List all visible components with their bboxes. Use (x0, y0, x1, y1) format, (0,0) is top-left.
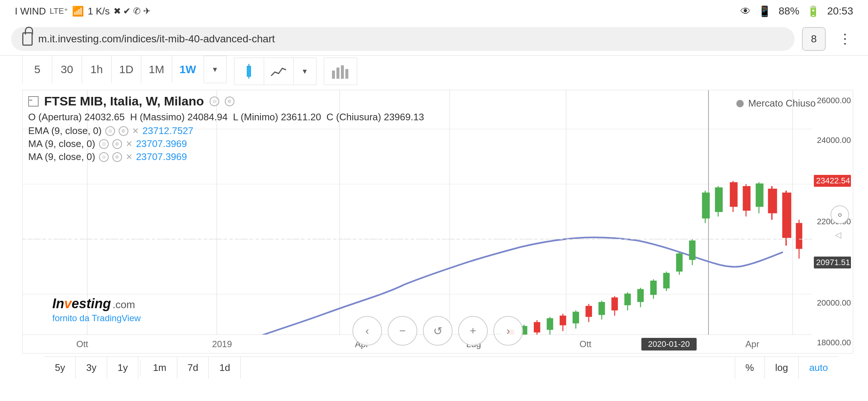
chart-area[interactable]: − FTSE MIB, Italia, W, Milano ⊙ ⚙ O (Ape… (22, 90, 853, 353)
tf-1d-btn[interactable]: 1d (209, 357, 241, 379)
zoom-circle-btn[interactable]: ○ (831, 205, 849, 224)
tf-divider-1 (140, 361, 141, 375)
chart-type-dropdown-btn[interactable]: ▾ (294, 58, 316, 85)
svg-rect-130 (743, 186, 750, 211)
eye-settings-icon[interactable]: ⊙ (210, 97, 219, 106)
close-value: 23969.13 (384, 111, 424, 123)
tf-1w-btn[interactable]: 1W (172, 56, 204, 83)
tabs-button[interactable]: 8 (802, 27, 826, 51)
zoom-in-btn[interactable]: + (458, 316, 488, 346)
chart-title: FTSE MIB, Italia, W, Milano (44, 94, 204, 108)
investing-logo: Investing .com fornito da TradingView (52, 296, 141, 323)
tf-30-btn[interactable]: 30 (52, 56, 82, 83)
svg-rect-128 (730, 182, 737, 207)
x-label-ott: Ott (26, 339, 138, 349)
svg-rect-102 (560, 316, 566, 325)
eye-icon: 👁 (740, 5, 751, 17)
ema-settings-icon[interactable]: ⚙ (119, 126, 128, 136)
tf-right-group: % log auto (735, 357, 838, 379)
ma2-eye-icon[interactable]: ⊙ (99, 152, 109, 162)
url-text: m.it.investing.com/indices/it-mib-40-adv… (38, 33, 275, 45)
tf-1d-btn[interactable]: 1D (112, 56, 141, 83)
candlestick-btn[interactable] (234, 58, 264, 85)
url-bar[interactable]: m.it.investing.com/indices/it-mib-40-adv… (11, 27, 795, 51)
tf-5-btn[interactable]: 5 (23, 56, 52, 83)
tf-7d-btn[interactable]: 7d (177, 357, 209, 379)
chart-info-overlay: − FTSE MIB, Italia, W, Milano ⊙ ⚙ O (Ape… (28, 94, 424, 164)
refresh-btn[interactable]: ↺ (423, 316, 453, 346)
tf-1m-btn[interactable]: 1M (141, 56, 172, 83)
tf-1m-btn[interactable]: 1m (142, 357, 177, 379)
tf-log-btn[interactable]: log (765, 357, 799, 379)
linechart-btn[interactable] (264, 58, 294, 85)
ma1-eye-icon[interactable]: ⊙ (99, 139, 109, 149)
svg-rect-112 (624, 294, 631, 305)
barchart-icon (331, 63, 350, 79)
high-label: H (Massimo) (127, 111, 187, 123)
tf-auto-btn[interactable]: auto (798, 357, 838, 379)
ema-eye-icon[interactable]: ⊙ (105, 126, 115, 136)
svg-rect-118 (663, 273, 670, 288)
x-label-ott2: Ott (530, 339, 641, 349)
battery-text: 88% (779, 5, 799, 17)
svg-rect-6 (345, 69, 348, 79)
speed-text: 1 K/s (88, 6, 109, 17)
svg-rect-136 (782, 193, 791, 238)
collapse-panel-btn[interactable]: ◁ (831, 228, 845, 242)
tablet-icon: 📱 (758, 5, 771, 17)
ema-indicator-row: EMA (9, close, 0) ⊙ ⚙ ✕ 23712.7527 (28, 125, 424, 137)
price-24000: 24000.00 (814, 136, 851, 145)
ma2-indicator-row: MA (9, close, 0) ⊙ ⚙ ✕ 23707.3969 (28, 151, 424, 163)
tf-dropdown-btn[interactable]: ▾ (204, 56, 226, 83)
open-value: 24032.65 (85, 111, 125, 123)
ma1-value: 23707.3969 (136, 138, 187, 150)
ma2-value: 23707.3969 (136, 151, 187, 163)
svg-rect-106 (586, 306, 592, 317)
barchart-btn[interactable] (324, 58, 357, 85)
chart-nav-buttons: ‹ − ↺ + › (352, 316, 523, 346)
more-menu-button[interactable]: ⋮ (833, 27, 857, 51)
tf-1y-btn[interactable]: 1y (107, 357, 138, 379)
svg-rect-110 (611, 297, 618, 310)
battery-icon: 🔋 (807, 5, 820, 17)
svg-rect-98 (534, 322, 540, 332)
ema-close-icon[interactable]: ✕ (132, 126, 139, 136)
lock-icon (22, 32, 33, 46)
ma2-close-icon[interactable]: ✕ (126, 152, 132, 162)
price-26000: 26000.00 (814, 96, 851, 105)
ma1-settings-icon[interactable]: ⚙ (112, 139, 122, 149)
prev-btn[interactable]: ‹ (352, 316, 382, 346)
price-18000: 18000.00 (814, 338, 851, 348)
ma1-close-icon[interactable]: ✕ (126, 139, 132, 149)
ema-label: EMA (9, close, 0) (28, 125, 102, 137)
minimize-icon[interactable]: − (28, 96, 39, 107)
svg-rect-126 (715, 188, 723, 212)
high-value: 24084.94 (187, 111, 227, 123)
settings-icon[interactable]: ⚙ (225, 97, 234, 106)
status-left: I WIND LTE⁺ 📶 1 K/s ✖ ✔ ✆ ✈ (15, 6, 151, 17)
ma2-settings-icon[interactable]: ⚙ (112, 152, 122, 162)
svg-rect-100 (547, 318, 553, 330)
zoom-out-btn[interactable]: − (388, 316, 417, 346)
tf-5y-btn[interactable]: 5y (45, 357, 76, 379)
status-bar: I WIND LTE⁺ 📶 1 K/s ✖ ✔ ✆ ✈ 👁 📱 88% 🔋 20… (0, 0, 868, 22)
tf-percent-btn[interactable]: % (735, 357, 765, 379)
chart-type-toolbar: ▾ (234, 58, 316, 85)
x-label-selected-date: 2020-01-20 (641, 338, 697, 351)
svg-rect-132 (756, 183, 763, 207)
next-btn[interactable]: › (493, 316, 523, 346)
tf-1h-btn[interactable]: 1h (82, 56, 112, 83)
x-label-apr2: Apr (697, 339, 808, 349)
svg-rect-108 (598, 302, 605, 315)
ema-value: 23712.7527 (142, 125, 193, 137)
ma1-indicator-row: MA (9, close, 0) ⊙ ⚙ ✕ 23707.3969 (28, 138, 424, 150)
tf-3y-btn[interactable]: 3y (76, 357, 107, 379)
chart-title-row: − FTSE MIB, Italia, W, Milano ⊙ ⚙ (28, 94, 424, 108)
low-value: 23611.20 (281, 111, 321, 123)
candlestick-icon (242, 63, 256, 79)
ma2-label: MA (9, close, 0) (28, 151, 95, 163)
timeframe-bar: 5y 3y 1y 1m 7d 1d % log auto (45, 356, 838, 379)
svg-rect-120 (676, 254, 683, 272)
signal-bars: 📶 (72, 6, 84, 17)
chart-container: 5 30 1h 1D 1M 1W ▾ ▾ (22, 56, 853, 379)
